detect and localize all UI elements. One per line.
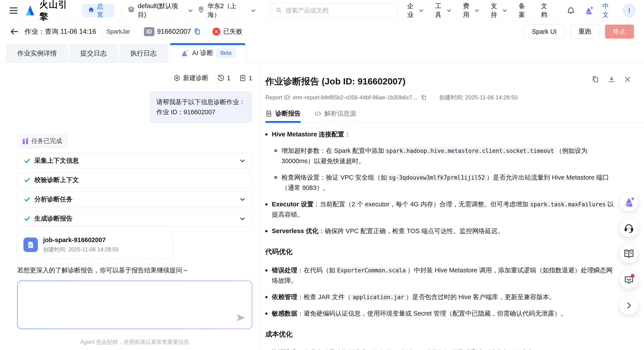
task-label: 生成诊断报告 <box>34 214 72 223</box>
report-section-heading: 成本优化 <box>265 329 615 340</box>
nav-item-企业[interactable]: 企业 <box>404 2 422 19</box>
copy-report-icon[interactable] <box>592 75 599 83</box>
report-tabs: 诊断报告 解析信息源 <box>265 109 644 123</box>
tab-ai-diagnosis[interactable]: AI 诊断 Beta <box>170 43 246 63</box>
brand-logo[interactable]: 火山引擎 <box>26 0 76 23</box>
chat-input[interactable] <box>18 281 252 328</box>
global-search <box>270 3 398 18</box>
job-status: 已失败 <box>212 27 242 36</box>
overview-button[interactable]: 总览 <box>82 4 114 17</box>
report-meta: Report ID: emr-report-bfef85b2-c056-44bf… <box>265 94 644 101</box>
user-message-bubble: 请帮我基于以下信息诊断作业： 作业 ID：916602007 <box>150 91 252 123</box>
nav-item-支持[interactable]: 支持 <box>488 2 506 19</box>
task-item[interactable]: 生成诊断报告 <box>17 211 252 227</box>
top-nav-bar: 火山引擎 总览 default(默认项目) 华东2（上海） <box>0 0 644 21</box>
header-icons: 中文 I <box>567 2 636 19</box>
language-switch[interactable]: 中文 <box>602 2 614 19</box>
region-selector[interactable]: 华东2（上海） <box>198 2 254 19</box>
tab-execution-log[interactable]: 执行日志 <box>120 44 167 63</box>
report-file-name: job-spark-916602007 <box>43 236 118 244</box>
new-diagnosis-button[interactable]: 新建诊断 <box>174 74 208 82</box>
history-button[interactable]: 1 <box>217 75 230 82</box>
task-progress-icon <box>23 138 28 144</box>
project-selector[interactable]: default(默认项目) <box>128 2 191 19</box>
copy-job-id-icon[interactable] <box>194 28 201 35</box>
task-label: 分析诊断任务 <box>34 195 72 204</box>
collapse-panel-fab[interactable] <box>620 296 638 315</box>
download-report-icon[interactable] <box>608 75 616 83</box>
tab-diagnosis-report[interactable]: 诊断报告 <box>265 109 301 122</box>
report-bullet-item: 资源浪费：作业失败导致资源浪费（运行约 3 分钟），建议修复错误后重试，以减少无… <box>265 347 615 350</box>
bell-icon[interactable] <box>567 7 575 15</box>
job-type-tag: SparkJar <box>102 26 135 37</box>
bullet-icon <box>265 230 268 232</box>
rerun-button[interactable]: 重跑 <box>570 25 599 39</box>
nav-item-费用[interactable]: 费用 <box>460 2 478 19</box>
check-icon <box>24 196 30 203</box>
task-list: 采集上下文信息校验诊断上下文分析诊断任务生成诊断报告 <box>17 148 252 227</box>
page: 火山引擎 总览 default(默认项目) 华东2（上海） <box>0 0 644 350</box>
hamburger-menu-icon[interactable] <box>8 6 19 15</box>
circle-bullet-icon <box>274 149 277 152</box>
followup-hint: 若想更深入的了解诊断报告，你可以基于报告结果继续提问～ <box>17 266 252 275</box>
report-bullet-item: 依赖管理：检查 JAR 文件（application.jar）是否包含过时的 H… <box>265 292 615 302</box>
ai-disclaimer: Agent 也会犯错，使用前请认真审查重要信息 <box>17 338 252 345</box>
chat-toolbar: 新建诊断 1 1 <box>17 74 252 82</box>
ai-mountain-icon <box>180 49 188 57</box>
status-label: 已失败 <box>223 27 242 36</box>
tab-source-info[interactable]: 解析信息源 <box>314 109 356 122</box>
report-section-heading: 代码优化 <box>265 246 615 257</box>
layers-icon <box>128 6 135 15</box>
id-badge: ID <box>144 27 154 36</box>
chevron-down-icon <box>419 8 423 12</box>
tab-job-instance-detail[interactable]: 作业实例详情 <box>6 44 68 63</box>
chevron-down-icon <box>251 8 255 12</box>
chevron-down-icon <box>503 8 507 12</box>
task-item[interactable]: 采集上下文信息 <box>17 153 252 169</box>
report-bullet-item: Serverless 优化：确保跨 VPC 配置正确，检查 TOS 端点可达性。… <box>265 226 615 236</box>
report-created: 创建时间: 2025-11-06 14:28:50 <box>439 94 518 101</box>
home-icon <box>88 6 94 15</box>
job-tabs: 作业实例详情 提交日志 执行日志 AI 诊断 Beta <box>0 42 644 63</box>
search-input[interactable] <box>286 7 392 14</box>
failed-status-icon <box>212 28 220 36</box>
task-label: 采集上下文信息 <box>34 156 79 165</box>
task-label: 校验诊断上下文 <box>34 176 79 185</box>
docs-fab[interactable] <box>620 244 638 263</box>
support-fab[interactable] <box>620 218 638 237</box>
report-list-button[interactable]: 1 <box>239 75 252 82</box>
spark-ui-button[interactable]: Spark UI <box>524 25 565 39</box>
location-pin-icon <box>198 6 204 15</box>
job-header-bar: 作业：查询 11-06 14:16 SparkJar ID 916602007 … <box>0 21 644 42</box>
search-icon <box>276 7 282 14</box>
feedback-fab[interactable] <box>620 270 638 289</box>
overview-label: 总览 <box>97 2 109 19</box>
report-bullet-item: 错误处理：在代码（如ExporterCommon.scala）中封装 Hive … <box>265 265 615 286</box>
job-title: 作业：查询 11-06 14:16 <box>24 27 96 36</box>
header-nav: 企业工具费用支持备案文档 <box>404 2 550 19</box>
ai-assistant-icon[interactable] <box>584 6 594 16</box>
report-bullet-item: Hive Metastore 连接配置： <box>265 129 615 139</box>
tab-submit-log[interactable]: 提交日志 <box>70 44 118 63</box>
chevron-down-icon <box>240 216 246 222</box>
nav-item-工具[interactable]: 工具 <box>432 2 450 19</box>
project-name: default(默认项目) <box>138 2 185 19</box>
report-file-card[interactable]: job-spark-916602007 创建时间: 2025-11-06 14:… <box>17 231 173 259</box>
report-file-created: 创建时间: 2025-11-06 14:28:50 <box>43 246 118 253</box>
send-button[interactable] <box>236 312 246 324</box>
nav-item-文档[interactable]: 文档 <box>538 2 550 19</box>
nav-item-备案[interactable]: 备案 <box>516 2 528 19</box>
report-sub-bullet-item: 检查网络设置：验证 VPC 安全组（如sg-3qdouvew3mlfk7prml… <box>274 172 615 193</box>
copy-report-id-icon[interactable] <box>421 95 427 101</box>
task-item[interactable]: 校验诊断上下文 <box>17 172 252 188</box>
chevron-down-icon <box>475 8 479 12</box>
chevron-down-icon <box>240 158 246 164</box>
back-arrow-icon[interactable] <box>10 27 19 36</box>
close-report-icon[interactable] <box>624 76 631 83</box>
ai-assistant-fab[interactable] <box>620 193 638 211</box>
terminate-button[interactable]: 终止 <box>605 25 634 39</box>
task-item[interactable]: 分析诊断任务 <box>17 192 252 207</box>
volcano-logo-icon <box>26 5 37 17</box>
header-divider <box>121 6 121 15</box>
avatar[interactable]: I <box>623 4 636 18</box>
